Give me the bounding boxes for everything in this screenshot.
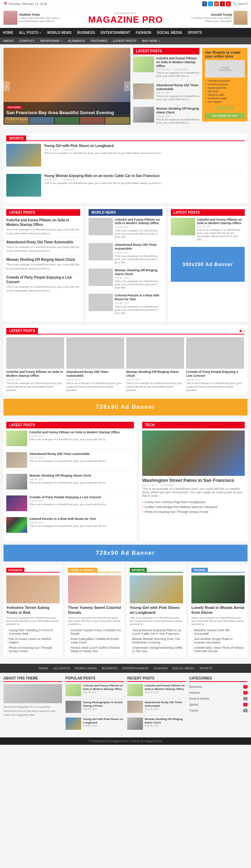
footer-copyright: © 2018 Advanced Magazine Pro • Theme by … — [0, 737, 251, 745]
sec-nav-features[interactable]: FEATURES — [88, 37, 110, 44]
sec-nav-buy-now[interactable]: BUY NOW ▼ — [139, 37, 163, 44]
category-name: Fashion — [189, 691, 200, 694]
list-item: Woman Shutting Off Ringing Alarm Clock J… — [89, 269, 162, 292]
hero-row: FEATURED San Francisco Bay Area Beautifu… — [3, 48, 248, 130]
nav-sports[interactable]: SPORTS — [185, 28, 205, 37]
list-item: Abandoned Rusty Old Timer Automobile Jul… — [66, 337, 124, 392]
post-info: Colorful and Funny Pillows on Sofa in Mo… — [156, 57, 199, 78]
hero-next-button[interactable]: › — [124, 81, 130, 91]
tech-excerpt: This is an example of a WordPress post, … — [142, 487, 245, 498]
food-main-image — [68, 575, 121, 603]
hero-prev-button[interactable]: ‹ — [3, 81, 10, 91]
post-date: July 28, 2017 — [83, 724, 124, 727]
footer-nav-all-posts[interactable]: ALL POSTS — [51, 666, 72, 671]
sec-nav-dropdown[interactable]: DROPDOWN ▼ — [37, 37, 65, 44]
post-meta: July 28, 2017 — [115, 226, 162, 228]
post-title: Colorful and Funny Pillows on Sofa in Mo… — [145, 684, 186, 691]
post-excerpt: This is an example of a WordPress post, … — [126, 382, 184, 392]
googleplus-icon[interactable]: g+ — [214, 1, 219, 6]
sports-cat-list: Young Woman Enjoying Ride on an Iconic C… — [130, 628, 183, 654]
sec-nav-contact[interactable]: CONTACT — [17, 37, 37, 44]
footer-about-heading: ABOUT THIS THEME — [3, 676, 62, 682]
hero-strip-thumb-4[interactable] — [80, 117, 104, 124]
dot-2[interactable] — [243, 330, 245, 332]
category-badge: 4 — [243, 685, 248, 689]
latest-posts-col-right: LATEST POSTS Colorful and Funny Pillows … — [168, 206, 248, 322]
footer-nav-world-news[interactable]: WORLD NEWS — [73, 666, 99, 671]
hero-strip-thumb-3[interactable] — [55, 117, 79, 124]
category-badge: 3 — [243, 697, 248, 700]
feature-text: Discount codes — [208, 94, 225, 96]
shopify-cta-button[interactable]: Get started for free — [205, 113, 245, 119]
hero-strip-thumb-5[interactable] — [105, 117, 130, 124]
pinterest-icon[interactable]: p — [220, 1, 225, 6]
list-item: Colorful and Funny Pillows on Sofa in Mo… — [6, 218, 80, 238]
ad-banner-1-label: 728x90 Ad Banner — [96, 404, 155, 410]
list-item-label: Beautiful Sunset Over the Oceanside — [194, 628, 245, 635]
nav-world-news[interactable]: WORLD NEWS — [44, 28, 75, 37]
food-main-title: Three Yummy Sweet Colorful Donuts — [68, 605, 121, 615]
facebook-icon[interactable]: f — [202, 1, 207, 6]
list-item-label: Young Man Standing in Front of Concrete … — [9, 628, 60, 635]
post-thumbnail — [186, 337, 244, 369]
post-info: Colored Pencils in a Row with Room for T… — [29, 517, 108, 533]
top-bar-right: f t g+ p ▶ 🔍 Search — [202, 1, 248, 6]
post-excerpt: This is an example of a WordPress post, … — [6, 245, 80, 253]
latest-posts-col-heading: LATEST POSTS — [6, 209, 80, 216]
footer-navigation: HOME ALL POSTS WORLD NEWS BUSINESS ENTER… — [0, 664, 251, 673]
footer-nav-home[interactable]: HOME — [37, 666, 50, 671]
post-excerpt: This is an example of a WordPress post, … — [156, 71, 199, 78]
footer-nav-fashion[interactable]: FASHION — [152, 666, 170, 671]
list-item: Unbelievably Clean Photo of Wheat Field … — [191, 645, 245, 654]
footer-nav-social-media[interactable]: SOCIAL MEDIA — [170, 666, 197, 671]
hero-strip-thumb-2[interactable] — [29, 117, 54, 124]
search-button[interactable]: 🔍 Search — [233, 2, 248, 6]
post-meta: July 28, 2017 — [156, 91, 199, 94]
list-item: Photo of Amazing Sun Through Snowy Fores… — [6, 645, 60, 654]
sports-header: SPORTS — [6, 136, 245, 141]
putin-quote: I never start with bite. We have a lot o… — [19, 16, 61, 23]
sec-nav-elements[interactable]: ELEMENTS — [65, 37, 88, 44]
nav-entertainment[interactable]: ENTERTAINMENT — [98, 28, 133, 37]
post-title: Woman Shutting Off Ringing Alarm Clock — [6, 257, 80, 262]
post-thumbnail — [6, 517, 27, 533]
post-title: Abandoned Rusty Old Timer Automobile — [145, 701, 186, 707]
putin-avatar — [3, 11, 17, 25]
twitter-icon[interactable]: t — [208, 1, 213, 6]
post-thumbnail — [133, 57, 154, 72]
fashion-excerpt: This is an example of a WordPress post, … — [6, 616, 60, 626]
list-item-label: Photo of Amazing Sun Through Snowy Fores… — [145, 510, 208, 514]
list-item: Woman Shutting Off Ringing Alarm Clock J… — [6, 474, 134, 493]
secondary-navigation: ABOUT CONTACT DROPDOWN ▼ ELEMENTS FEATUR… — [0, 37, 251, 44]
post-thumbnail — [66, 337, 124, 369]
youtube-icon[interactable]: ▶ — [226, 1, 231, 6]
search-label: Search — [237, 2, 248, 6]
putin-name: Vladimir Putin — [19, 13, 61, 16]
footer-nav-business[interactable]: BUSINESS — [100, 666, 120, 671]
footer-nav-sports[interactable]: SPORTS — [197, 666, 214, 671]
dot-1[interactable] — [239, 330, 242, 332]
nav-social-media[interactable]: SOCIAL MEDIA — [154, 28, 185, 37]
post-info: Woman Shutting Off Ringing Alarm Clock J… — [145, 718, 186, 730]
post-excerpt: This is an example of a WordPress post, … — [29, 438, 120, 441]
post-info: Crowds of Party People Enjoying a Live C… — [29, 495, 108, 511]
nav-fashion[interactable]: FASHION — [133, 28, 154, 37]
list-item: Young Girl with Pink Shoes on Longboard … — [66, 718, 124, 732]
post-title: Crowds of Party People Enjoying a Live C… — [6, 275, 80, 284]
post-info: Young Woman Enjoying Ride on an Iconic C… — [44, 174, 163, 197]
nav-home[interactable]: HOME — [0, 28, 16, 37]
footer-categories-col: CATEGORIES Business 4 Fashion 5 Food & D… — [189, 676, 248, 734]
nav-business[interactable]: BUSINESS — [74, 28, 98, 37]
post-title: Colorful and Funny Pillows on Sofa in Mo… — [29, 431, 120, 434]
shopify-ad-box: Use Shopify to create your online store … — [202, 48, 248, 122]
latest-posts-col: LATEST POSTS Colorful and Funny Pillows … — [3, 206, 83, 322]
footer-nav-entertainment[interactable]: ENTERTAINMENT — [120, 666, 151, 671]
nav-all-posts[interactable]: ALL POSTS ▼ — [16, 28, 44, 37]
category-badge: 5 — [243, 691, 248, 694]
sec-nav-latest-posts[interactable]: LATEST POSTS — [110, 37, 139, 44]
sec-nav-about[interactable]: ABOUT — [0, 37, 17, 44]
world-news-col-heading: WORLD NEWS — [89, 209, 162, 216]
hero-strip-thumb-1[interactable] — [4, 117, 29, 124]
post-date: July 28, 2017 — [29, 435, 44, 437]
post-excerpt: This is an example of a WordPress post, … — [44, 152, 163, 155]
